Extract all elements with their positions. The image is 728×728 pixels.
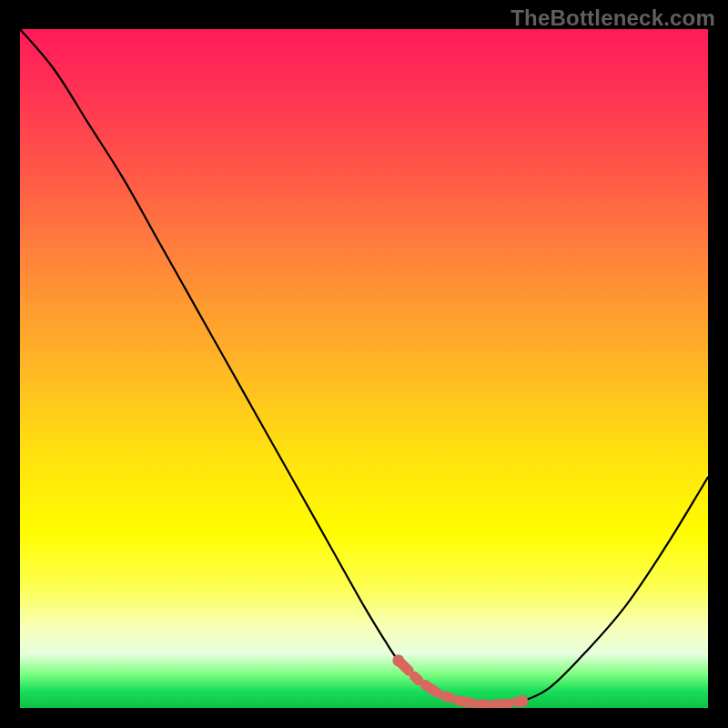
marker-dot bbox=[392, 654, 404, 666]
plot-area bbox=[20, 29, 708, 708]
curve-layer bbox=[20, 29, 708, 708]
optimal-range-markers bbox=[399, 661, 522, 704]
marker-dot bbox=[516, 695, 528, 707]
watermark-text: TheBottleneck.com bbox=[511, 5, 715, 31]
bottleneck-curve bbox=[20, 29, 708, 705]
chart-stage: TheBottleneck.com bbox=[0, 0, 728, 728]
